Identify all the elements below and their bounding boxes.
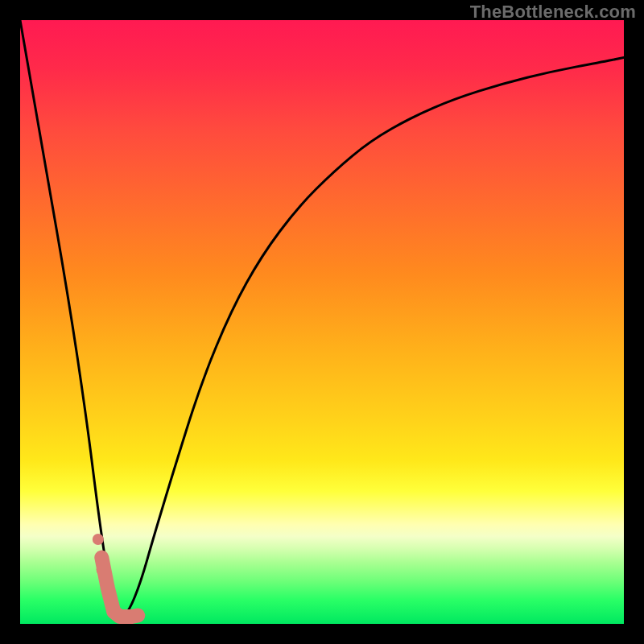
chart-svg <box>20 20 624 624</box>
marker-dot-icon <box>93 534 104 545</box>
watermark-text: TheBottleneck.com <box>470 2 636 23</box>
bottleneck-curve <box>20 20 624 617</box>
plot-area <box>20 20 624 624</box>
chart-stage: TheBottleneck.com <box>0 0 644 644</box>
